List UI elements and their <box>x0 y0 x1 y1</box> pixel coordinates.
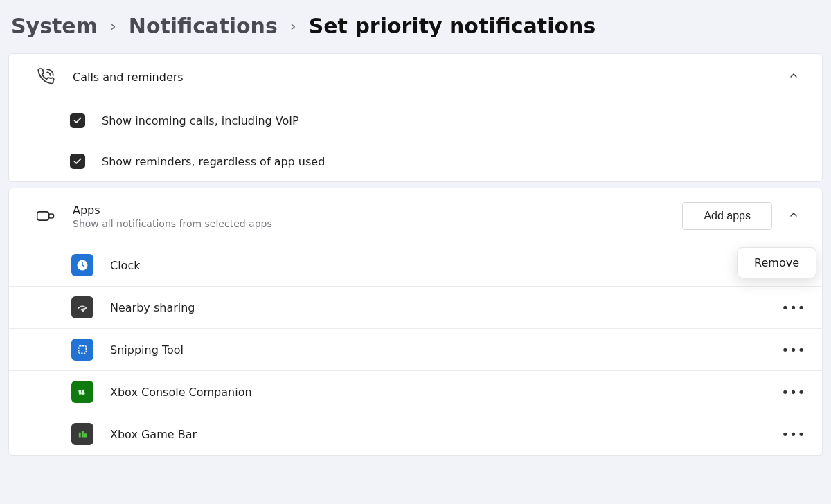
option-reminders-label: Show reminders, regardless of app used <box>102 155 805 168</box>
app-name-label: Xbox Console Companion <box>110 386 765 399</box>
svg-rect-0 <box>37 212 49 220</box>
more-icon[interactable]: ••• <box>782 339 805 360</box>
nearby-sharing-app-icon <box>71 296 93 318</box>
app-name-label: Nearby sharing <box>110 301 765 314</box>
chevron-up-icon[interactable] <box>782 209 805 223</box>
app-row-xbox-console-companion[interactable]: Xbox Console Companion ••• <box>9 370 822 413</box>
app-name-label: Snipping Tool <box>110 343 765 357</box>
option-incoming-calls-label: Show incoming calls, including VoIP <box>102 114 805 127</box>
checkbox-checked-icon <box>70 113 85 128</box>
svg-rect-5 <box>82 390 85 395</box>
svg-rect-1 <box>49 214 54 218</box>
app-name-label: Xbox Game Bar <box>110 428 765 441</box>
option-reminders[interactable]: Show reminders, regardless of app used <box>9 141 822 181</box>
breadcrumb-system[interactable]: System <box>11 14 98 38</box>
app-row-xbox-game-bar[interactable]: Xbox Game Bar ••• <box>9 413 822 455</box>
calls-reminders-header[interactable]: Calls and reminders <box>9 54 822 100</box>
app-name-label: Clock <box>110 259 765 272</box>
add-apps-button[interactable]: Add apps <box>682 202 772 230</box>
apps-subtitle: Show all notifications from selected app… <box>73 218 664 229</box>
breadcrumb: System › Notifications › Set priority no… <box>8 6 823 53</box>
remove-flyout[interactable]: Remove <box>737 247 816 278</box>
breadcrumb-notifications[interactable]: Notifications <box>129 14 278 38</box>
app-row-clock[interactable]: Clock ••• Remove <box>9 244 822 286</box>
checkbox-checked-icon <box>70 154 85 169</box>
calls-reminders-card: Calls and reminders Show incoming calls,… <box>8 53 823 182</box>
svg-rect-4 <box>78 390 82 395</box>
calls-reminders-title: Calls and reminders <box>73 71 764 84</box>
more-icon[interactable]: ••• <box>782 297 805 318</box>
apps-card: Apps Show all notifications from selecte… <box>8 188 823 456</box>
more-icon[interactable]: ••• <box>782 381 805 402</box>
chevron-right-icon: › <box>289 17 298 35</box>
snipping-tool-app-icon <box>71 339 93 361</box>
app-row-nearby-sharing[interactable]: Nearby sharing ••• <box>9 286 822 328</box>
apps-header[interactable]: Apps Show all notifications from selecte… <box>9 188 822 244</box>
phone-icon <box>37 68 55 86</box>
chevron-right-icon: › <box>109 17 118 35</box>
xbox-game-bar-app-icon <box>71 423 93 445</box>
chevron-up-icon[interactable] <box>782 70 805 84</box>
svg-rect-3 <box>79 346 87 354</box>
svg-rect-7 <box>82 431 84 438</box>
apps-title: Apps <box>73 204 664 217</box>
option-incoming-calls[interactable]: Show incoming calls, including VoIP <box>9 100 822 141</box>
xbox-console-app-icon <box>71 381 93 403</box>
svg-rect-8 <box>84 433 87 437</box>
page-title: Set priority notifications <box>309 14 596 38</box>
clock-app-icon <box>71 254 93 276</box>
apps-icon <box>37 208 55 224</box>
svg-rect-6 <box>79 433 81 438</box>
more-icon[interactable]: ••• <box>782 424 805 444</box>
app-row-snipping-tool[interactable]: Snipping Tool ••• <box>9 328 822 370</box>
